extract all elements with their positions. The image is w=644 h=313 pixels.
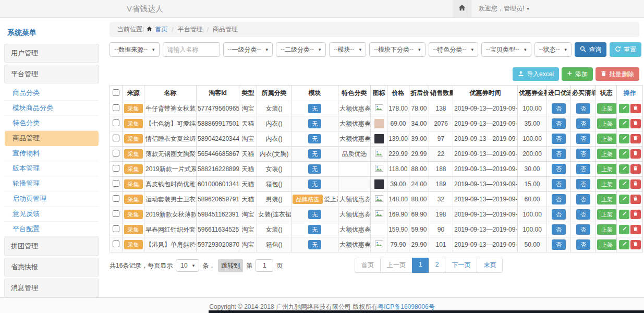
import-select-toggle[interactable]: 否 [552,164,566,174]
sidebar-item-feature-category[interactable]: 特色分类 [5,116,99,131]
row-checkbox[interactable] [113,119,119,126]
must-buy-toggle[interactable]: 否 [576,164,590,174]
import-select-toggle[interactable]: 否 [552,118,566,129]
must-buy-toggle[interactable]: 否 [576,118,590,129]
import-excel-button[interactable]: 导入excel [513,67,559,81]
edit-button[interactable] [619,119,629,128]
trash-icon [633,196,638,203]
import-select-toggle[interactable]: 否 [552,134,566,144]
edit-button[interactable] [619,164,629,174]
search-button[interactable]: 查询 [575,42,606,57]
status-toggle[interactable]: 上架 [597,164,617,174]
status-toggle[interactable]: 上架 [597,239,617,250]
row-checkbox[interactable] [113,240,119,247]
must-buy-toggle[interactable]: 否 [576,149,590,159]
name-search-input[interactable] [163,42,220,57]
import-select-toggle[interactable]: 否 [552,194,566,204]
sidebar-item-goods-category[interactable]: 商品分类 [5,86,99,101]
status-toggle[interactable]: 上架 [597,103,617,114]
status-toggle[interactable]: 上架 [597,149,617,159]
row-checkbox[interactable] [113,104,119,111]
must-buy-toggle[interactable]: 否 [576,224,590,235]
filter-select-level1-category[interactable]: --一级分类--▾ [223,42,273,57]
add-button[interactable]: 添加 [562,67,593,81]
row-checkbox[interactable] [113,150,119,156]
sidebar-item-feedback[interactable]: 意见反馈 [5,207,99,222]
import-select-toggle[interactable]: 否 [552,239,566,250]
import-select-toggle[interactable]: 否 [552,103,566,114]
sidebar-item-message-management[interactable]: 消息管理 [4,279,99,297]
filter-select-feature-category[interactable]: --特色分类--▾ [429,42,479,57]
filter-select-level2-category[interactable]: --二级分类--▾ [276,42,326,57]
delete-button[interactable] [630,164,641,174]
filter-select-data-source[interactable]: --数据来源--▾ [110,42,160,57]
delete-button[interactable] [630,134,641,143]
edit-button[interactable] [619,210,629,219]
delete-button[interactable] [630,225,641,234]
row-checkbox[interactable] [113,225,119,232]
edit-button[interactable] [619,179,629,189]
page-1-button[interactable]: 1 [412,258,429,273]
delete-button[interactable] [630,210,641,219]
row-checkbox[interactable] [113,210,119,217]
edit-button[interactable] [619,104,629,113]
delete-button[interactable] [630,179,641,189]
select-all-checkbox[interactable] [113,89,119,96]
sidebar-item-goods-management[interactable]: 商品管理 [5,131,99,146]
filter-select-module-subcategory[interactable]: --模块下分类--▾ [369,42,426,57]
sidebar-item-savings-express[interactable]: 省惠快报 [4,258,99,276]
last-page-button[interactable]: 末页 [477,258,503,273]
edit-button[interactable] [619,240,629,249]
sidebar-item-splash-page-management[interactable]: 启动页管理 [5,191,99,207]
status-toggle[interactable]: 上架 [597,179,617,189]
sidebar-item-module-goods-category[interactable]: 模块商品分类 [5,101,99,116]
sidebar-item-user-management[interactable]: 用户管理 [4,44,99,63]
row-checkbox[interactable] [113,165,119,172]
row-checkbox[interactable] [113,180,119,187]
must-buy-toggle[interactable]: 否 [576,134,590,144]
home-button[interactable] [453,0,471,17]
delete-button[interactable] [630,195,641,204]
row-checkbox[interactable] [113,195,119,202]
import-select-toggle[interactable]: 否 [552,179,566,189]
row-checkbox[interactable] [113,135,119,141]
must-buy-toggle[interactable]: 否 [576,194,590,204]
status-toggle[interactable]: 上架 [597,224,617,235]
sidebar-item-promo-materials[interactable]: 宣传物料 [5,146,99,161]
page-number-input[interactable] [256,259,273,272]
filter-select-item-type[interactable]: --宝贝类型--▾ [481,42,531,57]
delete-button[interactable] [630,104,641,113]
sidebar-item-platform-management[interactable]: 平台管理 [4,65,99,83]
sidebar-item-group-buy-management[interactable]: 拼团管理 [4,237,99,256]
delete-button[interactable] [630,119,641,128]
status-toggle[interactable]: 上架 [597,209,617,220]
import-select-toggle[interactable]: 否 [552,224,566,235]
breadcrumb-home-link[interactable]: 首页 [155,25,167,34]
must-buy-toggle[interactable]: 否 [576,103,590,114]
delete-button[interactable] [630,240,641,249]
edit-button[interactable] [619,195,629,204]
sidebar-item-carousel-management[interactable]: 轮播管理 [5,176,99,191]
delete-button[interactable] [630,149,641,159]
must-buy-toggle[interactable]: 否 [576,239,590,250]
import-select-toggle[interactable]: 否 [552,209,566,220]
reset-button[interactable]: 重置 [610,42,641,57]
status-toggle[interactable]: 上架 [597,194,617,204]
filter-select-module[interactable]: --模块--▾ [329,42,367,57]
filter-select-status[interactable]: --状态--▾ [534,42,572,57]
next-page-button[interactable]: 下一页 [445,258,477,273]
edit-button[interactable] [619,225,629,234]
page-2-button[interactable]: 2 [429,258,446,273]
per-page-select[interactable]: 10 ▾ [176,259,199,272]
user-menu[interactable]: 欢迎您，管理员! ▾ [479,4,529,13]
batch-delete-button[interactable]: 批量删除 [596,67,639,81]
must-buy-toggle[interactable]: 否 [576,209,590,220]
import-select-toggle[interactable]: 否 [552,149,566,159]
status-toggle[interactable]: 上架 [597,118,617,129]
edit-button[interactable] [619,134,629,143]
status-toggle[interactable]: 上架 [597,134,617,144]
edit-button[interactable] [619,149,629,159]
must-buy-toggle[interactable]: 否 [576,179,590,189]
sidebar-item-version-management[interactable]: 版本管理 [5,161,99,176]
sidebar-item-platform-config[interactable]: 平台配置 [5,222,99,237]
